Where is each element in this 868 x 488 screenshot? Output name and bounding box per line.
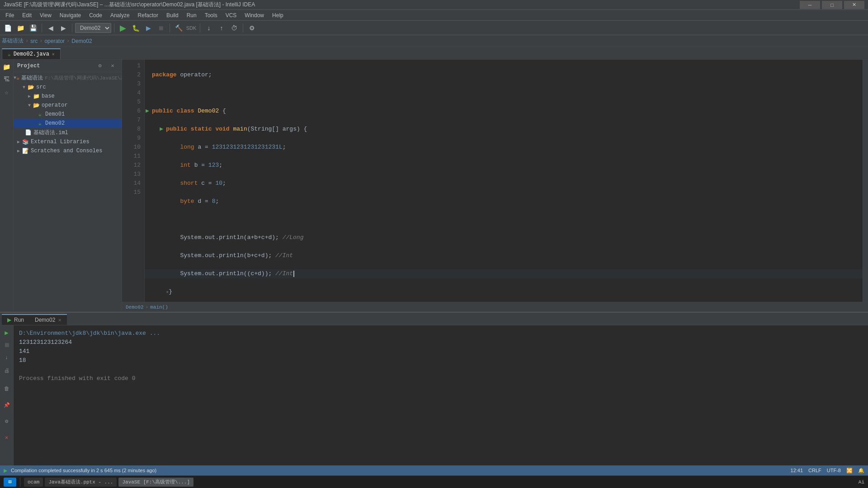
bottom-tab-run[interactable]: ▶ Run — [2, 314, 29, 325]
stop-button[interactable]: ⏹ — [155, 22, 167, 34]
status-crlf[interactable]: CRLF — [808, 468, 821, 473]
stop-process-icon[interactable]: ⏹ — [1, 340, 12, 351]
bottom-left-icons: ▶ ⏹ ↓ 🖨 🗑 📌 ⚙ ✕ — [0, 325, 14, 465]
nav-bar: 基础语法 › src › operator › Demo02 — [0, 35, 868, 47]
tree-item-base[interactable]: ▶ 📁 base — [14, 92, 122, 101]
window-controls: ─ □ ✕ — [800, 1, 864, 9]
taskbar-time: Ai — [859, 479, 864, 485]
code-editor[interactable]: 1 2 3 4 5 6 7 8 9 10 11 12 13 14 15 pack… — [122, 60, 868, 302]
tree-item-src[interactable]: ▼ 📂 src — [14, 83, 122, 92]
project-header: Project ⚙ ✕ — [14, 60, 122, 72]
menu-analyze[interactable]: Analyze — [107, 11, 133, 19]
tree-label-scratches: Scratches and Consoles — [31, 148, 102, 154]
breadcrumb-demo02[interactable]: Demo02 — [126, 305, 144, 310]
code-content[interactable]: package operator; ▶public class Demo02 {… — [145, 60, 863, 302]
tree-item-operator[interactable]: ▼ 📂 operator — [14, 101, 122, 110]
title-text: JavaSE [F:\高级管理\网课代码\JavaSE] – ...基础语法\s… — [4, 1, 255, 9]
side-icon-favorites[interactable]: ☆ — [1, 87, 12, 98]
pin-tab-icon[interactable]: 📌 — [1, 399, 12, 410]
status-charset[interactable]: UTF-8 — [827, 468, 841, 473]
tree-label-root: 基础语法 — [21, 74, 43, 82]
menu-help[interactable]: Help — [269, 11, 287, 19]
breadcrumb-sep: › — [146, 305, 149, 310]
back-button[interactable]: ◀ — [45, 22, 57, 34]
sdk-button[interactable]: SDK — [185, 22, 197, 34]
taskbar-right: Ai — [859, 479, 864, 485]
menu-navigate[interactable]: Navigate — [56, 11, 85, 19]
breadcrumb-main[interactable]: main() — [150, 305, 168, 310]
menu-run[interactable]: Run — [183, 11, 200, 19]
separator-2 — [72, 23, 72, 33]
save-button[interactable]: 💾 — [27, 22, 39, 34]
print-icon[interactable]: 🖨 — [1, 365, 12, 376]
ocam-label: ocam — [28, 479, 39, 485]
forward-button[interactable]: ▶ — [57, 22, 69, 34]
output-blank — [19, 365, 863, 374]
git-icon: 🔀 — [846, 468, 853, 474]
menu-refactor[interactable]: Refactor — [134, 11, 162, 19]
menu-build[interactable]: Build — [163, 11, 182, 19]
project-gear-icon[interactable]: ⚙ — [94, 61, 105, 71]
file-tab-demo02[interactable]: ☕ Demo02.java ✕ — [2, 48, 61, 59]
nav-crumb-2[interactable]: src — [30, 38, 38, 44]
taskbar: ⊞ ocam Java基础语法.pptx - ... JavaSE [F:\高级… — [0, 475, 868, 488]
tree-item-demo02[interactable]: ☕ Demo02 — [14, 119, 122, 128]
menu-window[interactable]: Window — [241, 11, 268, 19]
run-again-icon[interactable]: ▶ — [1, 327, 12, 338]
minimize-button[interactable]: ─ — [800, 1, 820, 9]
tree-arrow-src: ▼ — [21, 85, 27, 90]
settings-button[interactable]: ⚙ — [246, 22, 258, 34]
tree-item-extlibs[interactable]: ▶ 📚 External Libraries — [14, 137, 122, 146]
menu-edit[interactable]: Edit — [19, 11, 35, 19]
output-num1: 123123123123264 — [19, 338, 863, 347]
left-icons: 📁 🏗 ☆ — [0, 60, 14, 312]
status-notifications[interactable]: 🔔 — [858, 468, 864, 474]
tree-item-scratches[interactable]: ▶ 📝 Scratches and Consoles — [14, 146, 122, 155]
settings-run-icon[interactable]: ⚙ — [1, 416, 12, 427]
taskbar-ocam[interactable]: ocam — [24, 478, 43, 487]
status-position[interactable]: 12:41 — [791, 468, 803, 473]
git-push-button[interactable]: ↑ — [216, 22, 227, 34]
run-with-coverage-button[interactable]: ▶ — [142, 22, 154, 34]
bottom-tab-demo02[interactable]: Demo02 ✕ — [29, 314, 67, 325]
scroll-to-end-icon[interactable]: ↓ — [1, 352, 12, 363]
editor-area: 1 2 3 4 5 6 7 8 9 10 11 12 13 14 15 pack… — [122, 60, 868, 312]
maximize-button[interactable]: □ — [822, 1, 842, 9]
project-label: Project — [17, 63, 40, 69]
tree-icon-root: ☕ — [16, 75, 19, 82]
output-cmd: D:\Environment\jdk8\jdk\bin\java.exe ... — [19, 329, 863, 338]
nav-crumb-1[interactable]: 基础语法 — [2, 37, 24, 45]
close-run-icon[interactable]: ✕ — [1, 432, 12, 443]
menu-file[interactable]: File — [2, 11, 18, 19]
side-icon-project[interactable]: 📁 — [1, 61, 12, 72]
menu-code[interactable]: Code — [85, 11, 106, 19]
demo02-tab-close[interactable]: ✕ — [58, 318, 61, 323]
project-close-icon[interactable]: ✕ — [107, 61, 118, 71]
build-project-button[interactable]: 🔨 — [173, 22, 184, 34]
debug-button[interactable]: 🐛 — [130, 22, 142, 34]
side-icon-structure[interactable]: 🏗 — [1, 74, 12, 85]
tree-item-demo01[interactable]: ☕ Demo01 — [14, 110, 122, 119]
menu-view[interactable]: View — [36, 11, 55, 19]
git-update-button[interactable]: ↓ — [203, 22, 215, 34]
nav-crumb-3[interactable]: operator — [44, 38, 65, 44]
file-tab-close[interactable]: ✕ — [52, 52, 55, 57]
start-button[interactable]: ⊞ — [4, 478, 16, 487]
separator-5 — [200, 23, 200, 33]
nav-crumb-4[interactable]: Demo02 — [71, 38, 92, 44]
clear-all-icon[interactable]: 🗑 — [1, 383, 12, 394]
menu-bar: File Edit View Navigate Code Analyze Ref… — [0, 10, 868, 21]
run-button[interactable]: ▶ — [117, 22, 129, 34]
taskbar-pptx[interactable]: Java基础语法.pptx - ... — [45, 478, 117, 487]
new-file-button[interactable]: 📄 — [2, 22, 14, 34]
taskbar-idea[interactable]: JavaSE [F:\高级管理\...] — [118, 478, 193, 487]
open-button[interactable]: 📁 — [14, 22, 26, 34]
run-config-dropdown[interactable]: Demo02 — [75, 23, 111, 33]
git-history-button[interactable]: ⏱ — [228, 22, 240, 34]
tree-item-iml[interactable]: 📄 基础语法.iml — [14, 128, 122, 137]
menu-tools[interactable]: Tools — [201, 11, 221, 19]
tree-item-root[interactable]: ▼ ☕ 基础语法 F:\高级管理\网课代码\JavaSE\基础... — [14, 73, 122, 83]
close-button[interactable]: ✕ — [844, 1, 864, 9]
menu-vcs[interactable]: VCS — [222, 11, 241, 19]
status-message: Compilation completed successfully in 2 … — [11, 468, 156, 473]
